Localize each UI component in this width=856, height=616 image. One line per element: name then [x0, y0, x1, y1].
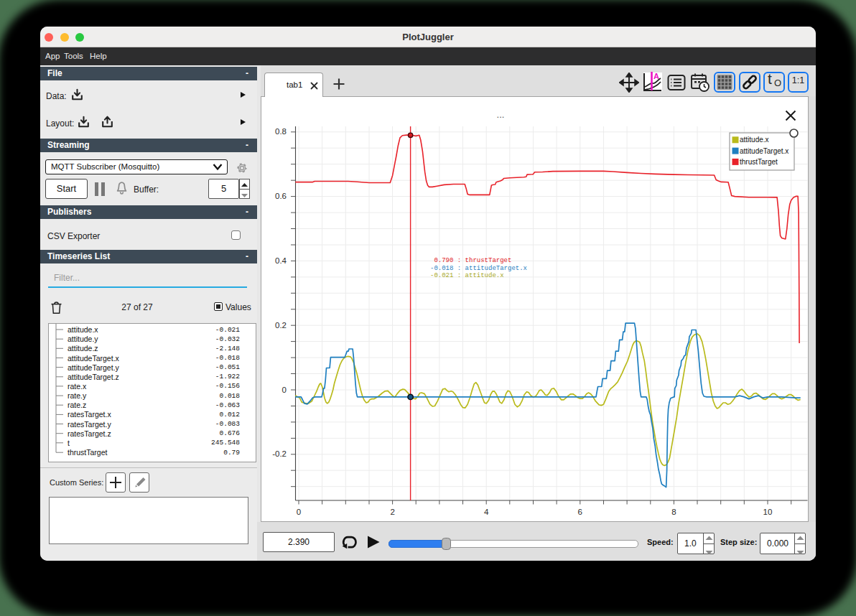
svg-text:-0.021 : attitude.x: -0.021 : attitude.x	[430, 272, 504, 279]
svg-text:...: ...	[497, 109, 505, 120]
svg-text:-0.2: -0.2	[272, 449, 287, 458]
svg-text:0.6: 0.6	[275, 192, 287, 200]
svg-text:attitude.x: attitude.x	[740, 136, 769, 144]
svg-text:4: 4	[484, 508, 489, 516]
svg-text:0.2: 0.2	[275, 321, 287, 330]
svg-text:10: 10	[763, 508, 773, 516]
svg-text:0: 0	[282, 386, 287, 394]
svg-text:A: A	[653, 72, 659, 80]
svg-text:8: 8	[671, 508, 676, 516]
svg-text:2: 2	[390, 508, 394, 516]
svg-text:0.790 : thrustTarget: 0.790 : thrustTarget	[430, 257, 511, 264]
svg-text:6: 6	[578, 508, 582, 516]
svg-text:thrustTarget: thrustTarget	[740, 158, 778, 166]
svg-text:attitudeTarget.x: attitudeTarget.x	[740, 147, 788, 155]
svg-text:0.4: 0.4	[275, 256, 287, 265]
svg-text:0: 0	[297, 508, 301, 516]
svg-text:0.8: 0.8	[275, 127, 287, 136]
svg-text:-0.018 : attitudeTarget.x: -0.018 : attitudeTarget.x	[430, 265, 527, 272]
